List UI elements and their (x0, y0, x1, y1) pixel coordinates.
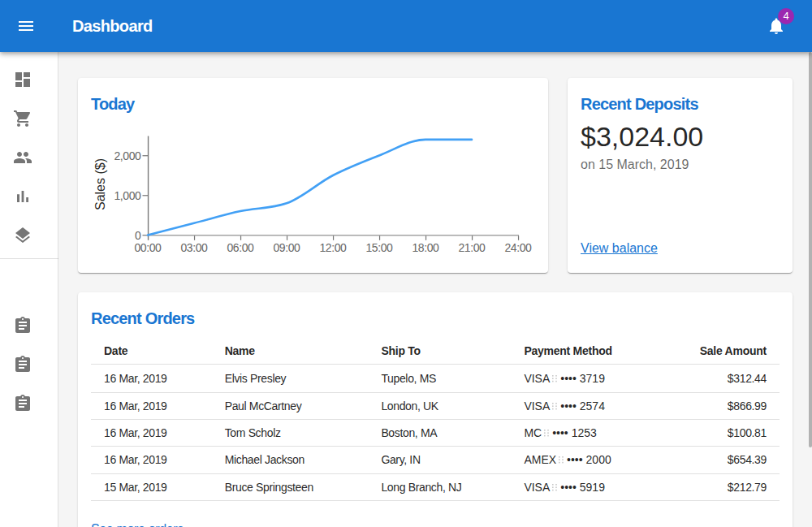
svg-text:12:00: 12:00 (319, 241, 347, 254)
svg-text:18:00: 18:00 (412, 241, 439, 254)
svg-text:2,000: 2,000 (114, 149, 141, 162)
svg-text:00:00: 00:00 (134, 241, 162, 254)
svg-text:0: 0 (135, 229, 141, 242)
svg-text:03:00: 03:00 (180, 241, 208, 254)
svg-text:Sales ($): Sales ($) (93, 158, 107, 210)
svg-text:06:00: 06:00 (227, 241, 254, 254)
svg-text:21:00: 21:00 (458, 241, 486, 254)
svg-text:1,000: 1,000 (114, 189, 141, 202)
svg-text:15:00: 15:00 (365, 241, 393, 254)
svg-text:09:00: 09:00 (273, 241, 300, 254)
svg-text:24:00: 24:00 (504, 241, 532, 254)
